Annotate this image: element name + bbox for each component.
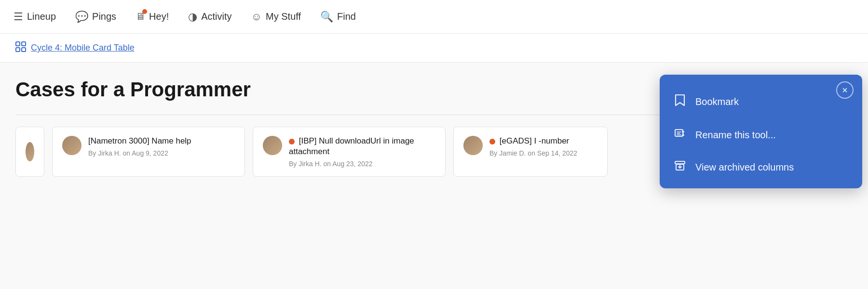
card-meta: By Jirka H. on Aug 23, 2022 <box>289 160 435 168</box>
notification-dot <box>142 9 147 14</box>
mystuff-icon: ☺ <box>251 11 262 23</box>
breadcrumb-link[interactable]: Cycle 4: Mobile Card Table <box>31 43 135 53</box>
archive-icon <box>673 160 687 174</box>
nav-find-label: Find <box>337 11 356 22</box>
bookmark-icon <box>673 94 687 109</box>
card-title: [IBP] Null downloadUrl in image attachme… <box>289 136 435 157</box>
nav-hey-label: Hey! <box>149 11 169 22</box>
nav-lineup-label: Lineup <box>27 11 56 22</box>
nav-mystuff-label: My Stuff <box>266 11 301 22</box>
activity-icon: ◑ <box>188 11 197 23</box>
rename-label: Rename this tool... <box>695 130 776 141</box>
top-nav: ☰ Lineup 💬 Pings 🖥 Hey! ◑ Activity ☺ My … <box>0 0 868 34</box>
nav-activity[interactable]: ◑ Activity <box>186 7 233 27</box>
bookmark-item[interactable]: Bookmark <box>660 85 862 118</box>
archive-label: View archived columns <box>695 162 794 173</box>
nav-activity-label: Activity <box>201 11 231 22</box>
card-partial[interactable] <box>15 127 44 177</box>
close-button[interactable]: × <box>836 81 854 99</box>
nav-lineup[interactable]: ☰ Lineup <box>12 7 58 27</box>
nav-hey[interactable]: 🖥 Hey! <box>134 7 171 26</box>
card-1[interactable]: [Nametron 3000] Name help By Jirka H. on… <box>52 127 245 177</box>
card-meta: By Jirka H. on Aug 9, 2022 <box>88 149 235 157</box>
red-dot-icon <box>289 139 295 144</box>
card-body: [IBP] Null downloadUrl in image attachme… <box>289 136 435 168</box>
rename-item[interactable]: Rename this tool... <box>660 119 862 151</box>
find-icon: 🔍 <box>320 11 333 23</box>
avatar <box>463 136 483 155</box>
card-body: [eGADS] I -number By Jamie D. on Sep 14,… <box>489 136 597 157</box>
dropdown-menu: × Bookmark Rename this tool... View <box>660 75 862 188</box>
card-body: [Nametron 3000] Name help By Jirka H. on… <box>88 136 235 157</box>
archive-item[interactable]: View archived columns <box>660 152 862 183</box>
card-meta: By Jamie D. on Sep 14, 2022 <box>489 149 597 157</box>
avatar <box>26 142 34 161</box>
nav-find[interactable]: 🔍 Find <box>318 7 358 27</box>
nav-pings[interactable]: 💬 Pings <box>73 7 118 27</box>
grid-icon <box>15 41 26 54</box>
lineup-icon: ☰ <box>14 11 23 23</box>
svg-rect-4 <box>675 130 683 136</box>
svg-rect-3 <box>22 48 26 52</box>
card-2[interactable]: [IBP] Null downloadUrl in image attachme… <box>253 127 446 177</box>
rename-icon <box>673 128 687 142</box>
pings-icon: 💬 <box>75 11 88 23</box>
breadcrumb-bar: Cycle 4: Mobile Card Table <box>0 34 868 63</box>
nav-pings-label: Pings <box>92 11 116 22</box>
svg-rect-1 <box>22 42 26 46</box>
avatar <box>263 136 282 155</box>
red-dot-icon <box>489 139 495 144</box>
card-title: [eGADS] I -number <box>489 136 597 146</box>
avatar <box>62 136 81 155</box>
svg-rect-0 <box>16 42 20 46</box>
nav-mystuff[interactable]: ☺ My Stuff <box>249 7 303 27</box>
svg-rect-2 <box>16 48 20 52</box>
card-title: [Nametron 3000] Name help <box>88 136 235 146</box>
svg-rect-5 <box>675 161 685 164</box>
bookmark-label: Bookmark <box>695 96 739 107</box>
card-3[interactable]: [eGADS] I -number By Jamie D. on Sep 14,… <box>453 127 608 177</box>
